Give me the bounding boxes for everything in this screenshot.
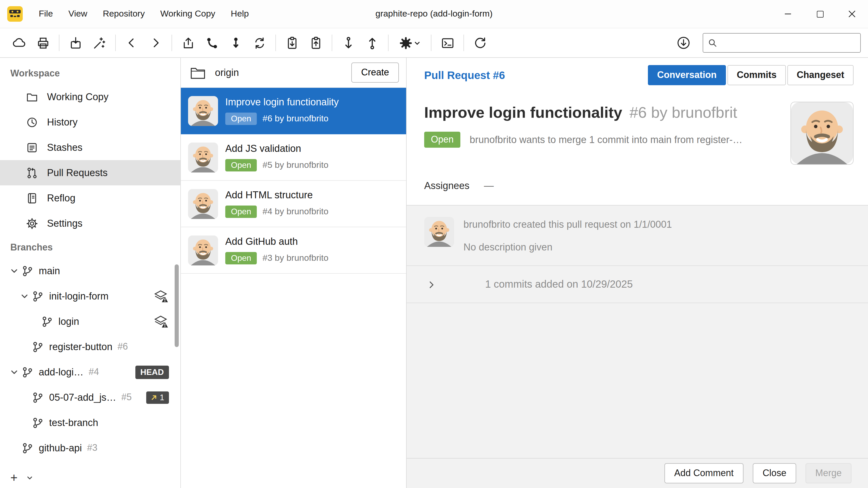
- remote-name: origin: [215, 67, 239, 78]
- history-icon: [26, 116, 38, 128]
- avatar: [188, 142, 218, 172]
- cloud-button[interactable]: [7, 32, 31, 54]
- pr-list-item[interactable]: Add GitHub auth Open #3 by brunofbrito: [181, 227, 406, 274]
- toolbar-separator: [332, 35, 332, 51]
- create-pr-button[interactable]: Create: [351, 63, 399, 83]
- sidebar-item-pull-requests[interactable]: Pull Requests: [0, 160, 180, 185]
- assignees-label: Assignees: [424, 180, 469, 192]
- refresh-button[interactable]: [468, 32, 492, 54]
- branch-row-05-07-add-js[interactable]: 05-07-add_js… #5 1: [0, 385, 180, 410]
- back-button[interactable]: [120, 32, 144, 54]
- magic-wand-icon: [92, 36, 106, 50]
- branch-row-init-login-form[interactable]: init-login-form: [0, 284, 180, 309]
- avatar: [188, 96, 218, 126]
- maximize-icon: [816, 10, 823, 17]
- pr-list-item[interactable]: Add JS validation Open #5 by brunofbrito: [181, 134, 406, 181]
- merge-button-toolbar[interactable]: [200, 32, 224, 54]
- pr-detail-title-link[interactable]: Pull Request #6: [424, 69, 505, 82]
- sidebar-item-working-copy[interactable]: Working Copy: [0, 84, 180, 109]
- maximize-button[interactable]: [804, 0, 836, 28]
- menu-bar: File View Repository Working Copy Help: [31, 0, 256, 28]
- arrow-out-box-icon: [181, 36, 195, 50]
- close-pr-button[interactable]: Close: [753, 463, 796, 483]
- chevron-down-icon[interactable]: [26, 474, 34, 482]
- chevron-down-icon[interactable]: [7, 368, 21, 377]
- rebase-icon: [228, 36, 243, 50]
- branch-row-add-login-form[interactable]: add-logi… #4 HEAD: [0, 359, 180, 385]
- git-branch-icon: [31, 392, 44, 403]
- chevron-down-icon[interactable]: [18, 292, 31, 300]
- pr-title: Add GitHub auth: [225, 236, 328, 247]
- branch-row-main[interactable]: main: [0, 258, 180, 284]
- gear-icon: [26, 217, 38, 230]
- assignees-value: —: [484, 180, 494, 192]
- menu-file[interactable]: File: [31, 0, 61, 28]
- clipboard-down-icon: [285, 36, 299, 50]
- branch-row-github-api[interactable]: github-api #3: [0, 435, 180, 461]
- tab-changeset[interactable]: Changeset: [787, 65, 854, 85]
- sidebar-item-history[interactable]: History: [0, 109, 180, 135]
- print-button[interactable]: [31, 32, 55, 54]
- branch-name: register-button: [49, 341, 113, 352]
- toolbar: [0, 28, 868, 58]
- sidebar-item-stashes[interactable]: Stashes: [0, 135, 180, 160]
- ahead-count: 1: [160, 393, 164, 402]
- terminal-button[interactable]: [436, 32, 459, 54]
- sidebar: Workspace Working Copy History Stashes P…: [0, 58, 181, 488]
- stash-button[interactable]: [280, 32, 304, 54]
- chevron-right-icon[interactable]: [427, 280, 436, 288]
- close-icon: [848, 10, 856, 18]
- git-branch-icon: [40, 316, 54, 327]
- checkout-button[interactable]: [176, 32, 200, 54]
- sidebar-scrollbar[interactable]: [175, 264, 179, 347]
- minimize-button[interactable]: [772, 0, 804, 28]
- pull-button[interactable]: [336, 32, 360, 54]
- search-input[interactable]: [721, 38, 856, 47]
- merge-icon: [205, 36, 219, 50]
- menu-view[interactable]: View: [61, 0, 95, 28]
- head-badge: HEAD: [135, 365, 169, 379]
- tab-conversation[interactable]: Conversation: [648, 65, 726, 85]
- sync-button[interactable]: [247, 32, 271, 54]
- pr-big-title-suffix: #6 by brunofbrit: [629, 104, 737, 121]
- add-comment-button[interactable]: Add Comment: [664, 463, 743, 483]
- sidebar-item-label: Reflog: [47, 192, 75, 204]
- downloads-button[interactable]: [672, 32, 695, 54]
- branch-row-login[interactable]: login: [0, 309, 180, 334]
- push-button[interactable]: [360, 32, 384, 54]
- chevron-down-icon[interactable]: [7, 266, 21, 275]
- sidebar-item-settings[interactable]: Settings: [0, 211, 180, 236]
- branch-name: test-branch: [49, 417, 98, 428]
- branch-row-register-button[interactable]: register-button #6: [0, 334, 180, 359]
- branch-row-test-branch[interactable]: test-branch: [0, 410, 180, 435]
- pr-list-item[interactable]: Improve login functionality Open #6 by b…: [181, 88, 406, 134]
- pr-number: #4: [89, 367, 99, 378]
- pr-created-event: brunofbrito created this pull request on…: [407, 205, 868, 266]
- status-badge: Open: [424, 132, 460, 148]
- menu-help[interactable]: Help: [223, 0, 256, 28]
- workspace-header: Workspace: [0, 62, 180, 84]
- pr-number: #3: [87, 443, 97, 453]
- pr-title: Add HTML structure: [225, 190, 328, 201]
- tab-commits[interactable]: Commits: [727, 65, 786, 85]
- rebase-button[interactable]: [224, 32, 247, 54]
- git-branch-icon: [31, 291, 44, 302]
- add-button[interactable]: +: [7, 470, 21, 485]
- detail-tabs: Conversation Commits Changeset: [648, 65, 854, 85]
- git-branch-icon: [31, 341, 44, 352]
- commits-group-row[interactable]: 1 commits added on 10/29/2025: [407, 266, 868, 303]
- pr-meta: #5 by brunofbrito: [262, 160, 328, 170]
- quick-actions-button[interactable]: [87, 32, 111, 54]
- menu-repository[interactable]: Repository: [95, 0, 153, 28]
- pr-list-item[interactable]: Add HTML structure Open #4 by brunofbrit…: [181, 181, 406, 227]
- avatar: [424, 217, 454, 247]
- unstash-button[interactable]: [304, 32, 328, 54]
- clone-button[interactable]: [64, 32, 87, 54]
- pull-icon: [341, 36, 355, 50]
- close-button[interactable]: [836, 0, 868, 28]
- repository-menu-button[interactable]: [393, 32, 427, 54]
- merge-button[interactable]: Merge: [805, 463, 851, 483]
- menu-working-copy[interactable]: Working Copy: [152, 0, 223, 28]
- sidebar-item-reflog[interactable]: Reflog: [0, 185, 180, 211]
- forward-button[interactable]: [144, 32, 167, 54]
